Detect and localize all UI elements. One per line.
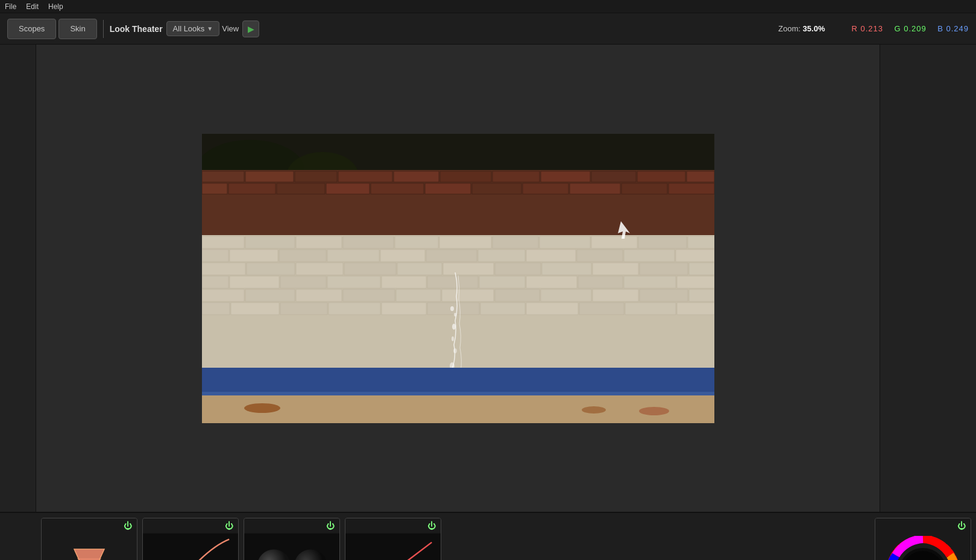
svg-rect-38 <box>638 236 687 248</box>
cosmo-card[interactable]: ⏻ Cosmo <box>41 518 137 560</box>
main-content <box>0 45 976 512</box>
svg-rect-88 <box>382 303 426 315</box>
menu-help[interactable]: Help <box>48 2 63 11</box>
svg-point-98 <box>452 336 454 341</box>
svg-rect-9 <box>440 171 491 182</box>
svg-rect-50 <box>676 250 714 262</box>
svg-rect-114 <box>143 533 238 560</box>
svg-rect-63 <box>230 276 279 288</box>
color-wheel-svg <box>887 536 959 560</box>
view-section: View ▶ <box>222 20 259 37</box>
svg-rect-67 <box>427 276 478 288</box>
svg-rect-91 <box>526 303 578 315</box>
svg-rect-34 <box>439 236 491 248</box>
power-icon-curves2[interactable]: ⏻ <box>427 521 436 530</box>
cosmo-card-header: ⏻ <box>42 518 137 533</box>
svg-rect-54 <box>344 263 396 275</box>
play-button[interactable]: ▶ <box>242 20 259 37</box>
svg-rect-5 <box>245 171 294 182</box>
svg-rect-85 <box>231 303 279 315</box>
ranged-hsl-panel[interactable]: ⏻ <box>875 518 971 560</box>
svg-rect-11 <box>541 171 590 182</box>
svg-rect-42 <box>279 250 326 262</box>
look-theater-label: Look Theater <box>110 24 163 34</box>
all-looks-dropdown[interactable]: All Looks ▼ <box>166 21 220 36</box>
ranged-hsl-header: ⏻ <box>875 518 971 533</box>
svg-rect-48 <box>577 250 623 262</box>
svg-rect-43 <box>327 250 379 262</box>
svg-rect-16 <box>228 183 275 194</box>
video-container <box>36 45 880 512</box>
curves-card-2-header: ⏻ <box>345 518 441 533</box>
power-icon-cosmo[interactable]: ⏻ <box>124 521 132 530</box>
svg-rect-47 <box>526 250 576 262</box>
power-icon-hsl[interactable]: ⏻ <box>957 521 966 530</box>
svg-rect-44 <box>380 250 425 262</box>
svg-rect-8 <box>394 171 439 182</box>
left-panel <box>0 45 36 512</box>
power-icon-colorista[interactable]: ⏻ <box>326 521 335 530</box>
rgb-g-value: G 0.209 <box>894 24 926 33</box>
svg-rect-15 <box>202 183 227 194</box>
svg-rect-75 <box>296 289 342 301</box>
svg-rect-23 <box>570 183 620 194</box>
svg-rect-81 <box>593 289 638 301</box>
svg-point-99 <box>453 348 457 353</box>
menu-edit[interactable]: Edit <box>26 2 39 11</box>
svg-rect-77 <box>396 289 441 301</box>
rgb-b-value: B 0.249 <box>937 24 969 33</box>
svg-rect-35 <box>493 236 538 248</box>
svg-rect-103 <box>202 392 714 395</box>
curves-card-1[interactable]: ⏻ Curves <box>142 518 239 560</box>
menu-file[interactable]: File <box>5 2 16 11</box>
ranged-hsl-wheel <box>875 533 971 560</box>
svg-rect-79 <box>495 289 540 301</box>
power-icon-curves1[interactable]: ⏻ <box>225 521 233 530</box>
look-theater-section: Look Theater All Looks ▼ <box>110 21 220 36</box>
svg-rect-20 <box>425 183 471 194</box>
svg-rect-74 <box>245 289 295 301</box>
svg-rect-30 <box>245 236 295 248</box>
skin-button[interactable]: Skin <box>58 19 96 39</box>
svg-rect-6 <box>295 171 337 182</box>
svg-rect-72 <box>677 276 714 288</box>
svg-rect-36 <box>540 236 590 248</box>
svg-point-106 <box>639 407 669 415</box>
svg-rect-78 <box>442 289 494 301</box>
colorista-card-header: ⏻ <box>244 518 339 533</box>
looks-row: Looks ⏻ <box>0 513 976 560</box>
svg-rect-19 <box>371 183 424 194</box>
curves-card-1-header: ⏻ <box>143 518 238 533</box>
dropdown-arrow-icon: ▼ <box>207 25 213 32</box>
svg-rect-94 <box>677 303 714 315</box>
svg-rect-22 <box>523 183 568 194</box>
svg-rect-7 <box>338 171 392 182</box>
svg-rect-64 <box>280 276 326 288</box>
svg-rect-68 <box>479 276 525 288</box>
svg-rect-31 <box>296 236 342 248</box>
zoom-section: Zoom: 35.0% <box>778 24 825 33</box>
svg-rect-57 <box>495 263 541 275</box>
curves-svg-2 <box>345 533 441 560</box>
svg-rect-90 <box>480 303 525 315</box>
svg-rect-51 <box>202 263 245 275</box>
curves-preview-1 <box>143 533 238 560</box>
svg-rect-84 <box>202 303 230 315</box>
svg-rect-13 <box>637 171 685 182</box>
svg-rect-82 <box>640 289 688 301</box>
view-label: View <box>222 24 239 33</box>
svg-rect-70 <box>578 276 623 288</box>
svg-point-96 <box>454 313 456 316</box>
scopes-button[interactable]: Scopes <box>7 19 56 39</box>
svg-rect-69 <box>526 276 577 288</box>
video-frame <box>202 134 714 423</box>
curves-card-2[interactable]: ⏻ Curves <box>345 518 441 560</box>
svg-rect-52 <box>247 263 295 275</box>
svg-rect-59 <box>593 263 638 275</box>
all-looks-label: All Looks <box>173 24 205 33</box>
svg-rect-12 <box>591 171 636 182</box>
svg-rect-21 <box>472 183 521 194</box>
cosmo-preview <box>42 533 137 560</box>
svg-rect-62 <box>202 276 228 288</box>
colorista-card[interactable]: ⏻ <box>244 518 340 560</box>
